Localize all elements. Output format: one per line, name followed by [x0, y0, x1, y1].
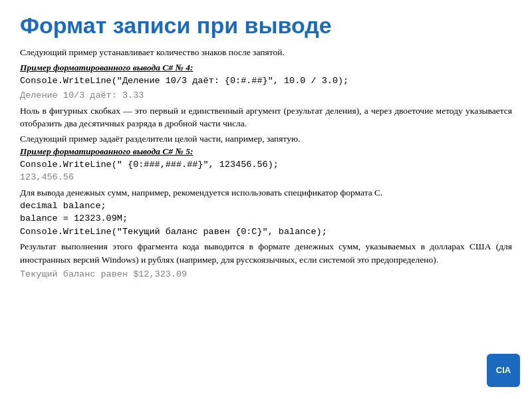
paragraph-14: Результат выполнения этого фрагмента код… — [20, 240, 512, 266]
paragraph-10: Для вывода денежных сумм, например, реко… — [20, 186, 512, 200]
paragraph-12: balance = 12323.09M; — [20, 212, 512, 225]
cia-badge: CIA — [487, 354, 520, 387]
slide: Формат записи при выводе Следующий приме… — [0, 0, 532, 399]
slide-content: Следующий пример устанавливает количеств… — [20, 46, 512, 281]
paragraph-3: Console.WriteLine("Деление 10/3 даёт: {0… — [20, 74, 512, 88]
slide-title: Формат записи при выводе — [20, 13, 512, 38]
paragraph-15: Текущий баланс равен $12,323.09 — [20, 268, 512, 281]
paragraph-2: Пример форматированного вывода C# № 4: — [20, 61, 512, 74]
paragraph-8: Console.WriteLine(" {0:###,###.##}", 123… — [20, 158, 512, 172]
paragraph-1: Следующий пример устанавливает количеств… — [20, 46, 512, 59]
paragraph-7: Пример форматированного вывода C# № 5: — [20, 145, 512, 158]
paragraph-5: Ноль в фигурных скобках — это первый и е… — [20, 104, 512, 130]
cia-label: CIA — [496, 365, 511, 376]
paragraph-4: Деление 10/3 даёт: 3.33 — [20, 89, 512, 102]
paragraph-6: Следующий пример задаёт разделители цело… — [20, 132, 512, 146]
paragraph-9: 123,456.56 — [20, 171, 512, 184]
paragraph-11: decimal balance; — [20, 200, 512, 213]
paragraph-13: Console.WriteLine("Текущий баланс равен … — [20, 225, 512, 239]
